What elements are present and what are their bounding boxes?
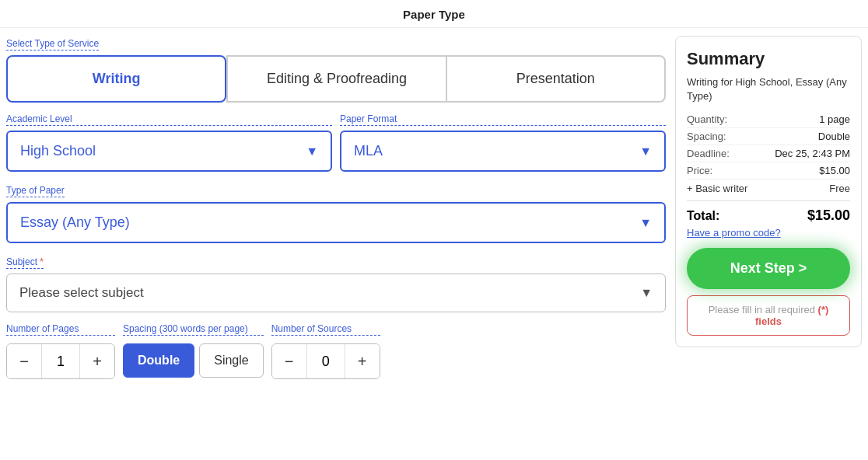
tab-editing[interactable]: Editing & Proofreading: [226, 55, 445, 103]
number-of-sources-counter: − 0 +: [271, 343, 380, 379]
sources-value: 0: [306, 344, 345, 378]
subject-group: Subject * Please select subject ▼: [6, 254, 666, 312]
summary-price-label: Price:: [687, 165, 712, 176]
bottom-row: Number of Pages − 1 + Spacing (300 words…: [6, 323, 666, 379]
next-step-button[interactable]: Next Step >: [687, 248, 850, 289]
paper-format-chevron-icon: ▼: [639, 145, 652, 159]
summary-extra-label: + Basic writer: [687, 183, 747, 194]
right-panel: Summary Writing for High School, Essay (…: [675, 36, 862, 379]
summary-row-deadline: Deadline: Dec 25, 2:43 PM: [687, 145, 850, 162]
summary-spacing-label: Spacing:: [687, 131, 726, 142]
summary-title: Summary: [687, 49, 850, 69]
summary-spacing-value: Double: [818, 131, 850, 142]
summary-extra-value: Free: [829, 183, 850, 194]
sources-decrement-button[interactable]: −: [272, 344, 306, 378]
summary-panel: Summary Writing for High School, Essay (…: [675, 36, 862, 347]
subject-label: Subject *: [6, 256, 44, 269]
type-of-paper-value: Essay (Any Type): [20, 214, 130, 231]
left-panel: Select Type of Service Writing Editing &…: [6, 36, 666, 379]
summary-total-label: Total:: [687, 209, 719, 223]
academic-level-chevron-icon: ▼: [306, 145, 318, 159]
number-of-pages-counter: − 1 +: [6, 343, 115, 379]
summary-row-quantity: Quantity: 1 page: [687, 111, 850, 128]
service-tabs: Writing Editing & Proofreading Presentat…: [6, 55, 666, 103]
summary-quantity-value: 1 page: [819, 113, 850, 125]
subject-select[interactable]: Please select subject ▼: [6, 274, 666, 312]
summary-deadline-label: Deadline:: [687, 148, 730, 159]
spacing-label: Spacing (300 words per page): [123, 323, 264, 336]
level-format-row: Academic Level High School ▼ Paper Forma…: [6, 113, 666, 172]
spacing-buttons: Double Single: [123, 343, 264, 378]
summary-quantity-label: Quantity:: [687, 113, 727, 125]
summary-extra-row: + Basic writer Free: [687, 179, 850, 197]
subject-chevron-icon: ▼: [640, 286, 653, 300]
service-section: Select Type of Service Writing Editing &…: [6, 36, 666, 103]
required-notice-text: Please fill in all required (*) fields: [709, 304, 829, 327]
number-of-sources-label: Number of Sources: [271, 323, 380, 336]
summary-total-value: $15.00: [807, 207, 850, 224]
academic-level-select[interactable]: High School ▼: [6, 131, 332, 172]
paper-format-group: Paper Format MLA ▼: [340, 113, 666, 172]
required-notice: Please fill in all required (*) fields: [687, 295, 850, 336]
pages-value: 1: [41, 344, 80, 378]
sources-increment-button[interactable]: +: [345, 344, 380, 378]
number-of-pages-label: Number of Pages: [6, 323, 115, 336]
summary-price-value: $15.00: [819, 165, 850, 176]
paper-format-select[interactable]: MLA ▼: [340, 131, 666, 172]
type-of-paper-chevron-icon: ▼: [639, 216, 652, 230]
summary-row-price: Price: $15.00: [687, 162, 850, 179]
page-title: Paper Type: [0, 0, 868, 28]
summary-row-spacing: Spacing: Double: [687, 128, 850, 145]
type-of-paper-select[interactable]: Essay (Any Type) ▼: [6, 202, 666, 243]
tab-presentation[interactable]: Presentation: [446, 55, 666, 103]
subject-placeholder: Please select subject: [19, 285, 144, 301]
summary-description: Writing for High School, Essay (Any Type…: [687, 75, 850, 103]
academic-level-group: Academic Level High School ▼: [6, 113, 332, 172]
academic-level-value: High School: [20, 143, 96, 159]
paper-format-value: MLA: [354, 143, 383, 159]
spacing-single-button[interactable]: Single: [199, 343, 263, 378]
promo-code-link[interactable]: Have a promo code?: [687, 227, 850, 239]
tab-writing[interactable]: Writing: [6, 55, 226, 103]
type-of-paper-label: Type of Paper: [6, 185, 65, 197]
number-of-sources-group: Number of Sources − 0 +: [271, 323, 380, 379]
academic-level-label: Academic Level: [6, 113, 332, 126]
spacing-group: Spacing (300 words per page) Double Sing…: [123, 323, 264, 378]
type-of-paper-group: Type of Paper Essay (Any Type) ▼: [6, 183, 666, 243]
service-section-label: Select Type of Service: [6, 38, 99, 51]
summary-total-row: Total: $15.00: [687, 200, 850, 227]
pages-decrement-button[interactable]: −: [7, 344, 41, 378]
summary-deadline-value: Dec 25, 2:43 PM: [775, 148, 850, 159]
paper-format-label: Paper Format: [340, 113, 666, 126]
pages-increment-button[interactable]: +: [80, 344, 114, 378]
number-of-pages-group: Number of Pages − 1 +: [6, 323, 115, 379]
spacing-double-button[interactable]: Double: [123, 343, 194, 378]
